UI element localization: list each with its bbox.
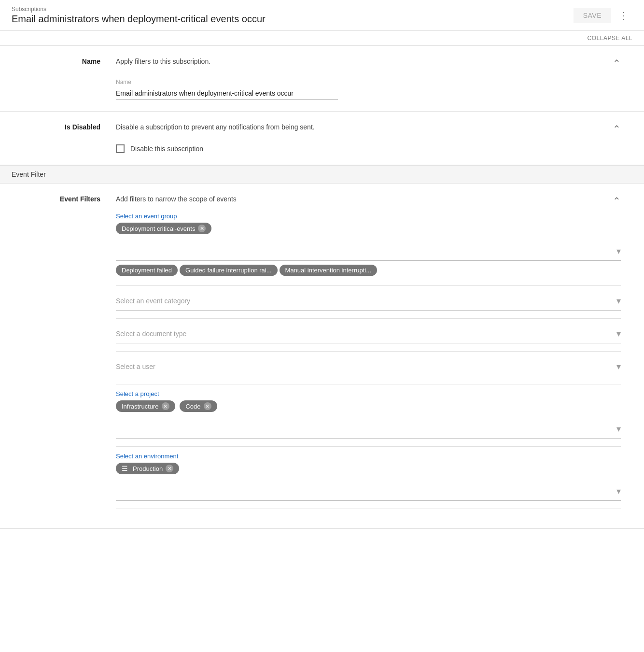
event-filters-section: Event Filters Add filters to narrow the … bbox=[0, 184, 644, 529]
disable-checkbox-row: Disable this subscription bbox=[116, 144, 621, 153]
chip-remove-environment-0[interactable]: ✕ bbox=[166, 465, 173, 472]
secondary-chip-1: Guided failure interruption rai... bbox=[180, 265, 277, 276]
name-section: Name Apply filters to this subscription.… bbox=[0, 46, 644, 112]
name-content-col: Apply filters to this subscription. ⌃ Na… bbox=[116, 57, 632, 99]
secondary-chip-text-0: Deployment failed bbox=[122, 267, 172, 274]
chip-remove-project-0[interactable]: ✕ bbox=[162, 402, 169, 410]
chip-remove-project-1[interactable]: ✕ bbox=[204, 402, 211, 410]
document-type-dropdown[interactable]: Select a document type ▾ bbox=[116, 325, 621, 343]
chip-text-environment-0: Production bbox=[133, 465, 163, 472]
name-input-group: Name bbox=[116, 79, 621, 99]
event-filters-chevron-icon[interactable]: ⌃ bbox=[613, 195, 621, 207]
name-chevron-icon[interactable]: ⌃ bbox=[613, 57, 621, 69]
collapse-bar: COLLAPSE ALL bbox=[0, 31, 644, 46]
name-label: Name bbox=[82, 57, 100, 65]
event-filters-label: Event Filters bbox=[60, 195, 100, 203]
event-group-dropdown-arrow: ▾ bbox=[616, 246, 621, 256]
page-container: Subscriptions Email administrators when … bbox=[0, 0, 644, 652]
event-category-dropdown-arrow: ▾ bbox=[616, 296, 621, 306]
name-description: Apply filters to this subscription. bbox=[116, 57, 609, 65]
select-project-link[interactable]: Select a project bbox=[116, 390, 621, 397]
environment-block: Select an environment ☰ Production ✕ ▾ bbox=[116, 453, 621, 509]
secondary-chip-text-1: Guided failure interruption rai... bbox=[185, 267, 271, 274]
event-category-block: Select an event category ▾ bbox=[116, 292, 621, 319]
event-group-block: Select an event group Deployment critica… bbox=[116, 213, 621, 286]
select-environment-link[interactable]: Select an environment bbox=[116, 453, 621, 460]
chip-remove-event-group-0[interactable]: ✕ bbox=[198, 225, 206, 232]
event-group-chips-area: Deployment critical-events ✕ bbox=[116, 223, 621, 238]
header: Subscriptions Email administrators when … bbox=[0, 0, 644, 31]
disable-checkbox-label: Disable this subscription bbox=[130, 145, 203, 153]
chip-text-project-1: Code bbox=[185, 403, 200, 410]
event-filters-header-row: Add filters to narrow the scope of event… bbox=[116, 195, 621, 207]
breadcrumb: Subscriptions bbox=[12, 6, 266, 13]
project-block: Select a project Infrastructure ✕ Code ✕… bbox=[116, 390, 621, 447]
secondary-chip-0: Deployment failed bbox=[116, 265, 178, 276]
event-filters-description: Add filters to narrow the scope of event… bbox=[116, 195, 609, 203]
environment-list-icon: ☰ bbox=[122, 465, 128, 472]
event-filters-content-col: Add filters to narrow the scope of event… bbox=[116, 195, 632, 513]
chip-text-event-group-0: Deployment critical-events bbox=[122, 225, 195, 232]
is-disabled-header-row: Disable a subscription to prevent any no… bbox=[116, 123, 621, 135]
document-type-block: Select a document type ▾ bbox=[116, 325, 621, 352]
event-category-placeholder: Select an event category bbox=[116, 297, 190, 305]
project-chip-1: Code ✕ bbox=[180, 400, 217, 412]
user-dropdown[interactable]: Select a user ▾ bbox=[116, 357, 621, 376]
is-disabled-content-col: Disable a subscription to prevent any no… bbox=[116, 123, 632, 153]
collapse-all-button[interactable]: COLLAPSE ALL bbox=[588, 35, 632, 42]
environment-chips-area: ☰ Production ✕ bbox=[116, 463, 621, 478]
is-disabled-description: Disable a subscription to prevent any no… bbox=[116, 123, 609, 131]
environment-dropdown[interactable]: ▾ bbox=[116, 482, 621, 501]
event-filter-divider: Event Filter bbox=[0, 165, 644, 184]
project-chip-0: Infrastructure ✕ bbox=[116, 400, 175, 412]
event-filters-label-col: Event Filters bbox=[0, 195, 116, 513]
header-left: Subscriptions Email administrators when … bbox=[12, 6, 266, 25]
more-options-button[interactable]: ⋮ bbox=[615, 8, 632, 23]
is-disabled-chevron-icon[interactable]: ⌃ bbox=[613, 123, 621, 135]
more-icon: ⋮ bbox=[619, 10, 629, 21]
user-placeholder: Select a user bbox=[116, 363, 155, 370]
user-block: Select a user ▾ bbox=[116, 357, 621, 384]
event-category-dropdown[interactable]: Select an event category ▾ bbox=[116, 292, 621, 311]
save-button[interactable]: SAVE bbox=[574, 8, 611, 23]
event-group-dropdown[interactable]: ▾ bbox=[116, 242, 621, 261]
page-title: Email administrators when deployment-cri… bbox=[12, 14, 266, 25]
event-group-chip-0: Deployment critical-events ✕ bbox=[116, 223, 211, 234]
environment-dropdown-arrow: ▾ bbox=[616, 486, 621, 496]
secondary-chip-2: Manual intervention interrupti... bbox=[280, 265, 377, 276]
name-input-label: Name bbox=[116, 79, 621, 85]
event-filter-section-title: Event Filter bbox=[12, 170, 46, 178]
header-actions: SAVE ⋮ bbox=[574, 8, 632, 23]
select-event-group-link[interactable]: Select an event group bbox=[116, 213, 621, 220]
document-type-dropdown-arrow: ▾ bbox=[616, 328, 621, 339]
name-header-row: Apply filters to this subscription. ⌃ bbox=[116, 57, 621, 69]
name-input[interactable] bbox=[116, 87, 338, 99]
is-disabled-label-col: Is Disabled bbox=[0, 123, 116, 153]
environment-chip-0: ☰ Production ✕ bbox=[116, 463, 179, 474]
project-dropdown[interactable]: ▾ bbox=[116, 420, 621, 439]
chip-text-project-0: Infrastructure bbox=[122, 403, 159, 410]
name-label-col: Name bbox=[0, 57, 116, 99]
project-chips-area: Infrastructure ✕ Code ✕ bbox=[116, 400, 621, 416]
is-disabled-section: Is Disabled Disable a subscription to pr… bbox=[0, 112, 644, 165]
project-dropdown-arrow: ▾ bbox=[616, 424, 621, 434]
disable-checkbox[interactable] bbox=[116, 144, 125, 153]
is-disabled-label: Is Disabled bbox=[65, 123, 100, 131]
user-dropdown-arrow: ▾ bbox=[616, 361, 621, 372]
event-group-secondary-chips: Deployment failed Guided failure interru… bbox=[116, 265, 621, 278]
document-type-placeholder: Select a document type bbox=[116, 330, 186, 338]
secondary-chip-text-2: Manual intervention interrupti... bbox=[285, 267, 371, 274]
